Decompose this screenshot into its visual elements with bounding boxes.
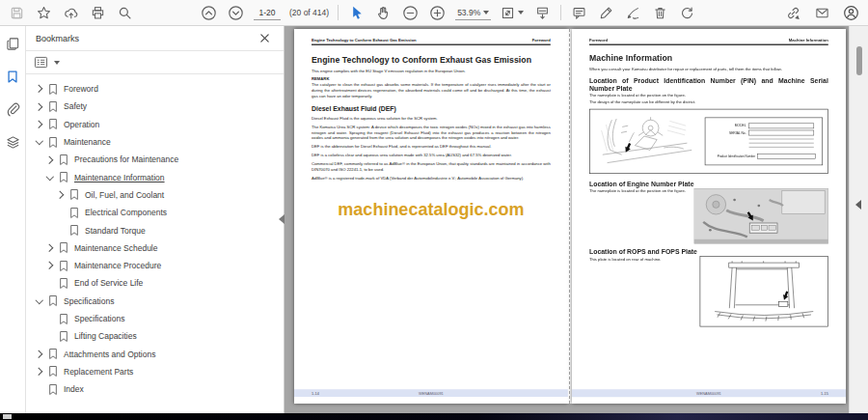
bookmark-item[interactable]: Lifting Capacities xyxy=(32,327,280,345)
bookmark-icon xyxy=(48,83,58,96)
comment-icon[interactable] xyxy=(570,4,588,22)
def-paragraphs: Diesel Exhaust Fluid is the aqueous urea… xyxy=(312,115,551,181)
pdf-viewer-window: (20 of 414) 53.9% xyxy=(0,0,868,420)
section-heading: Location of Engine Number Plate xyxy=(589,181,828,187)
bookmark-icon xyxy=(48,118,58,130)
select-tool-icon[interactable] xyxy=(347,4,366,22)
bookmark-item[interactable]: Maintenance Information xyxy=(32,168,280,185)
rops-plate-figure xyxy=(700,256,828,326)
page-right[interactable]: Foreword Machine Information Machine Inf… xyxy=(572,29,846,404)
chevron-right-icon[interactable] xyxy=(34,100,45,112)
bookmark-item[interactable]: Standard Torque xyxy=(32,221,280,238)
bookmark-item[interactable]: Oil, Fuel, and Coolant xyxy=(32,186,280,204)
bookmark-item[interactable]: Replacement Parts xyxy=(32,363,280,380)
hand-tool-icon[interactable] xyxy=(374,4,393,22)
bookmark-label: Maintenance xyxy=(64,137,111,147)
bookmark-item[interactable]: Maintenance Procedure xyxy=(32,257,280,274)
bookmark-item[interactable]: Specifications xyxy=(32,293,280,310)
bookmark-item[interactable]: Precautions for Maintenance xyxy=(32,151,280,168)
bookmark-item[interactable]: Operation xyxy=(32,116,280,133)
bookmarks-panel-icon[interactable] xyxy=(3,67,22,86)
bookmark-icon xyxy=(48,348,58,360)
save-icon[interactable] xyxy=(8,4,26,22)
zoom-level-value: 53.9% xyxy=(457,8,480,17)
bookmark-item[interactable]: Attachments and Options xyxy=(32,345,280,362)
toolbar: (20 of 414) 53.9% xyxy=(0,0,868,26)
section-heading: Location of ROPS and FOPS Plate xyxy=(589,248,828,255)
search-icon[interactable] xyxy=(116,4,134,22)
bookmark-icon xyxy=(69,188,79,201)
chevron-right-icon[interactable] xyxy=(34,119,45,130)
cab-illustration xyxy=(594,113,695,170)
rotate-icon[interactable] xyxy=(678,4,696,22)
share-link-icon[interactable] xyxy=(784,4,802,22)
chevron-right-icon[interactable] xyxy=(34,83,45,95)
chevron-down-icon[interactable] xyxy=(34,136,45,148)
account-icon[interactable] xyxy=(842,4,860,22)
email-icon[interactable] xyxy=(813,4,831,22)
chevron-right-icon[interactable] xyxy=(44,260,56,271)
bookmark-item[interactable]: End of Service Life xyxy=(32,274,280,292)
attachments-icon[interactable] xyxy=(3,99,22,119)
fit-page-dropdown[interactable] xyxy=(500,4,525,22)
bookmark-label: Oil, Fuel, and Coolant xyxy=(85,190,164,200)
running-header: Foreword Machine Information xyxy=(589,39,828,45)
sign-icon[interactable] xyxy=(624,4,642,22)
page-footer: 1-14 WENAM00091 xyxy=(294,389,568,397)
bookmark-item[interactable]: Maintenance xyxy=(32,133,280,151)
bookmark-icon xyxy=(69,224,79,237)
delete-icon[interactable] xyxy=(651,4,669,22)
chevron-placeholder xyxy=(44,277,56,289)
cloud-upload-icon[interactable] xyxy=(62,4,80,22)
chevron-down-icon xyxy=(54,61,60,65)
page-thumbnails-icon[interactable] xyxy=(3,34,22,53)
body-paragraph: DEF is the abbreviation for Diesel Exhau… xyxy=(312,144,551,150)
watermark-text: machinecatalogic.com xyxy=(294,200,568,219)
chevron-placeholder xyxy=(44,313,56,324)
document-area[interactable]: Engine Technology to Conform Exhaust Gas… xyxy=(285,26,849,413)
chevron-right-icon[interactable] xyxy=(44,242,56,254)
close-icon[interactable] xyxy=(256,29,274,47)
bookmark-item[interactable]: Maintenance Schedule xyxy=(32,239,280,257)
bookmark-icon xyxy=(59,313,68,325)
bookmark-icon xyxy=(48,365,58,378)
bookmarks-collapse-icon[interactable] xyxy=(279,214,285,224)
right-panel-expand-icon[interactable] xyxy=(855,200,861,210)
chevron-down-icon[interactable] xyxy=(34,295,45,307)
vertical-scrollbar[interactable] xyxy=(849,26,868,413)
bookmarks-options-button[interactable] xyxy=(34,56,60,69)
next-page-icon[interactable] xyxy=(227,4,245,22)
bookmark-item[interactable]: Safety xyxy=(32,98,280,115)
chevron-right-icon[interactable] xyxy=(34,366,45,378)
print-icon[interactable] xyxy=(89,4,107,22)
bookmark-item[interactable]: Index xyxy=(32,380,280,398)
pencil-icon[interactable] xyxy=(597,4,615,22)
page-title: Machine Information xyxy=(589,53,828,63)
scrollbar-thumb[interactable] xyxy=(856,46,862,75)
bookmark-item[interactable]: Foreword xyxy=(32,80,280,98)
chevron-right-icon[interactable] xyxy=(34,349,45,360)
body-paragraph: Diesel Exhaust Fluid is the aqueous urea… xyxy=(312,115,551,121)
previous-page-icon[interactable] xyxy=(200,4,218,22)
page-left[interactable]: Engine Technology to Conform Exhaust Gas… xyxy=(294,29,568,404)
bookmark-item[interactable]: Specifications xyxy=(32,310,280,327)
bookmark-label: Electrical Components xyxy=(85,208,167,217)
zoom-out-icon[interactable] xyxy=(401,4,420,22)
body-paragraph: The Komatsu Urea SCR system: A device wh… xyxy=(312,124,551,140)
bookmark-icon xyxy=(48,100,58,113)
bookmark-label: Index xyxy=(64,384,84,394)
zoom-level-dropdown[interactable]: 53.9% xyxy=(455,5,491,20)
toolbar-separator xyxy=(338,5,339,20)
zoom-in-icon[interactable] xyxy=(428,4,447,22)
header-left: Engine Technology to Conform Exhaust Gas… xyxy=(312,39,417,42)
chevron-right-icon[interactable] xyxy=(55,189,67,201)
bookmark-item[interactable]: Electrical Components xyxy=(32,204,280,221)
bookmark-icon xyxy=(59,277,68,290)
page-number-input[interactable] xyxy=(254,6,281,20)
layers-icon[interactable] xyxy=(3,132,22,152)
bookmark-icon xyxy=(59,330,68,343)
chevron-right-icon[interactable] xyxy=(44,154,56,165)
star-icon[interactable] xyxy=(35,4,53,22)
chevron-down-icon[interactable] xyxy=(44,172,56,183)
page-scrolling-icon[interactable] xyxy=(533,4,552,22)
